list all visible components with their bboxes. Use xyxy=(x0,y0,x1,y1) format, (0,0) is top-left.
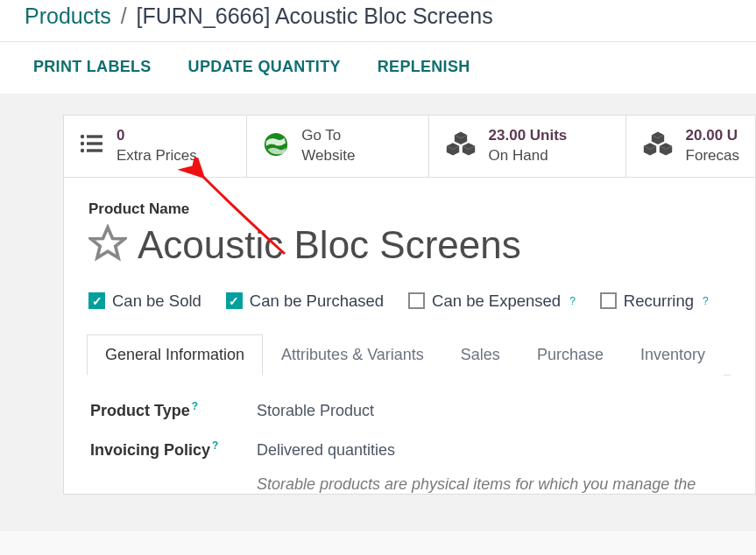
checkbox-icon xyxy=(600,292,617,309)
form-tabs: General Information Attributes & Variant… xyxy=(87,334,731,376)
product-type-select[interactable]: Storable Product xyxy=(257,402,374,420)
extra-prices-count: 0 xyxy=(117,126,197,146)
product-flags-row: Can be Sold Can be Purchased Can be Expe… xyxy=(88,292,731,311)
svg-rect-5 xyxy=(87,150,102,152)
list-icon xyxy=(80,133,104,158)
product-name-label: Product Name xyxy=(88,200,731,218)
can-be-sold-label: Can be Sold xyxy=(112,292,201,311)
globe-icon xyxy=(263,131,289,161)
on-hand-label: On Hand xyxy=(489,146,568,166)
help-icon[interactable]: ? xyxy=(569,295,576,307)
print-labels-button[interactable]: PRINT LABELS xyxy=(33,58,152,76)
svg-point-0 xyxy=(81,135,84,138)
invoicing-policy-label: Invoicing Policy? xyxy=(90,439,257,460)
breadcrumb-root-link[interactable]: Products xyxy=(25,4,111,28)
tab-general-information[interactable]: General Information xyxy=(87,334,263,376)
forecasted-button[interactable]: 20.00 U Forecas xyxy=(626,116,755,177)
invoicing-policy-select[interactable]: Delivered quantities xyxy=(257,441,395,460)
tab-attributes-variants[interactable]: Attributes & Variants xyxy=(263,334,442,376)
checkbox-checked-icon xyxy=(226,292,243,309)
extra-prices-label: Extra Prices xyxy=(117,146,197,166)
on-hand-value: 23.00 Units xyxy=(489,126,568,146)
go-to-label-2: Website xyxy=(301,146,355,166)
extra-prices-button[interactable]: 0 Extra Prices xyxy=(64,116,247,177)
tab-inventory[interactable]: Inventory xyxy=(622,334,724,376)
go-to-label-1: Go To xyxy=(301,126,355,146)
product-name-input[interactable]: Acoustic Bloc Screens xyxy=(138,223,521,267)
svg-point-2 xyxy=(81,142,84,145)
forecast-label: Forecas xyxy=(686,146,739,166)
can-be-expensed-checkbox[interactable]: Can be Expensed? xyxy=(408,292,576,311)
action-bar: PRINT LABELS UPDATE QUANTITY REPLENISH xyxy=(0,42,756,94)
replenish-button[interactable]: REPLENISH xyxy=(378,58,470,76)
checkbox-icon xyxy=(408,292,425,309)
cubes-icon xyxy=(445,131,477,161)
recurring-label: Recurring xyxy=(624,292,694,311)
help-icon[interactable]: ? xyxy=(212,439,218,452)
breadcrumb-current: [FURN_6666] Acoustic Bloc Screens xyxy=(137,4,493,28)
svg-point-4 xyxy=(81,149,84,152)
can-be-expensed-label: Can be Expensed xyxy=(432,292,561,311)
svg-rect-1 xyxy=(87,136,102,138)
recurring-checkbox[interactable]: Recurring? xyxy=(600,292,709,311)
cubes-icon xyxy=(642,131,674,161)
general-information-pane: Product Type? Storable Product Invoicing… xyxy=(88,376,731,494)
update-quantity-button[interactable]: UPDATE QUANTITY xyxy=(188,58,341,76)
on-hand-button[interactable]: 23.00 Units On Hand xyxy=(429,116,626,177)
stat-buttons-row: 0 Extra Prices Go To Website xyxy=(63,115,756,178)
tab-purchase[interactable]: Purchase xyxy=(519,334,622,376)
product-form-card: Product Name Acoustic Bloc Screens Can b… xyxy=(63,178,756,495)
breadcrumb: Products / [FURN_6666] Acoustic Bloc Scr… xyxy=(0,0,756,41)
help-icon[interactable]: ? xyxy=(192,400,198,412)
checkbox-checked-icon xyxy=(88,292,105,309)
svg-marker-25 xyxy=(91,228,125,258)
can-be-sold-checkbox[interactable]: Can be Sold xyxy=(88,292,201,311)
tab-sales[interactable]: Sales xyxy=(442,334,519,376)
breadcrumb-separator: / xyxy=(121,4,127,28)
can-be-purchased-checkbox[interactable]: Can be Purchased xyxy=(226,292,384,311)
go-to-website-button[interactable]: Go To Website xyxy=(247,116,428,177)
svg-rect-3 xyxy=(87,143,102,145)
product-type-label: Product Type? xyxy=(90,400,257,420)
product-type-footnote: Storable products are physical items for… xyxy=(257,475,731,494)
help-icon[interactable]: ? xyxy=(703,295,709,307)
favorite-star-icon[interactable] xyxy=(88,224,127,266)
can-be-purchased-label: Can be Purchased xyxy=(250,292,384,311)
forecast-value: 20.00 U xyxy=(686,126,739,146)
